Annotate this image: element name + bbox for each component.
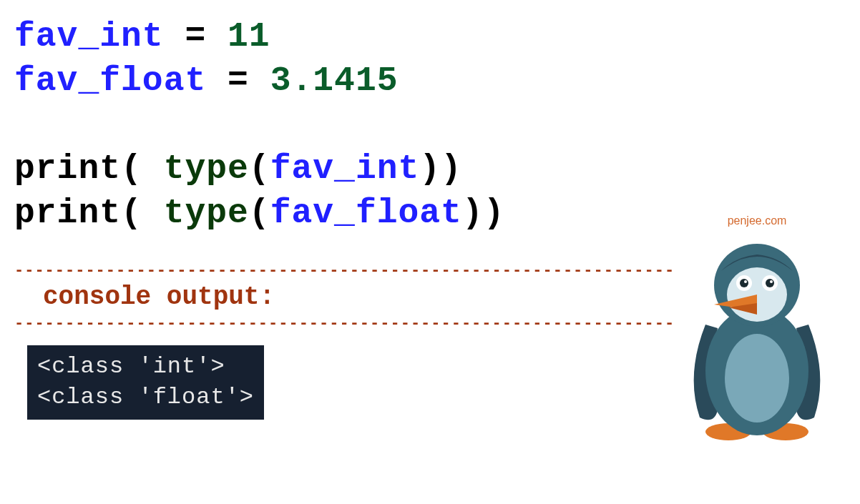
keyword: type: [164, 194, 249, 232]
code-line-3: print( type(fav_int)): [14, 147, 846, 191]
variable-name: fav_int: [270, 149, 420, 188]
variable-name: fav_int: [14, 17, 164, 56]
assign-op: =: [164, 17, 228, 56]
number-literal: 11: [228, 17, 270, 56]
penguin-mascot: penjee.com: [671, 214, 843, 450]
keyword: type: [164, 149, 249, 188]
function-name: print: [14, 149, 121, 188]
assign-op: =: [206, 61, 270, 100]
console-output: <class 'int'> <class 'float'>: [27, 345, 264, 420]
console-output-line: <class 'float'>: [37, 382, 254, 412]
svg-point-10: [744, 280, 747, 283]
blank-line: [14, 104, 846, 147]
paren: (: [249, 149, 270, 188]
function-name: print: [14, 194, 121, 232]
paren: (: [121, 194, 164, 232]
variable-name: fav_float: [14, 61, 206, 100]
paren: (: [121, 149, 164, 188]
paren: (: [249, 194, 270, 232]
variable-name: fav_float: [270, 194, 462, 232]
code-line-2: fav_float = 3.1415: [14, 59, 846, 103]
code-block: fav_int = 11 fav_float = 3.1415 print( t…: [14, 14, 846, 236]
code-line-1: fav_int = 11: [14, 14, 846, 59]
svg-point-8: [740, 279, 748, 287]
separator-line: ----------------------------------------…: [14, 315, 673, 332]
number-literal: 3.1415: [270, 61, 399, 100]
separator-line: ----------------------------------------…: [14, 262, 673, 280]
svg-point-3: [725, 334, 789, 423]
penguin-icon: [678, 232, 836, 446]
paren: )): [419, 149, 462, 188]
paren: )): [462, 194, 505, 232]
branding-label: penjee.com: [671, 214, 843, 227]
console-output-line: <class 'int'>: [37, 351, 254, 382]
svg-point-9: [766, 279, 774, 287]
svg-point-11: [770, 280, 773, 283]
